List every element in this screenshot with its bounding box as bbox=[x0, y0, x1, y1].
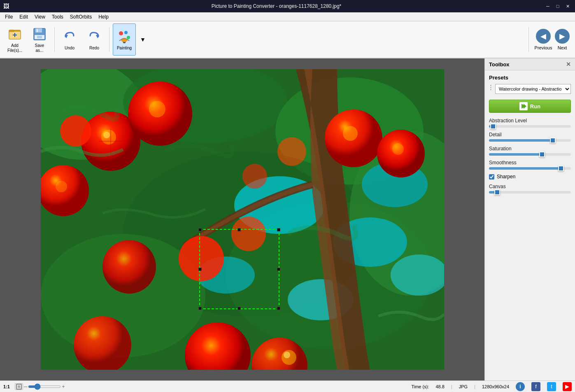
zoom-controls: ─ + bbox=[15, 383, 65, 390]
zoom-fit-button[interactable] bbox=[15, 383, 23, 390]
svg-point-51 bbox=[242, 164, 267, 189]
presets-icon-line-3 bbox=[491, 89, 491, 90]
svg-rect-6 bbox=[35, 28, 42, 33]
svg-point-13 bbox=[124, 31, 128, 34]
info-button[interactable]: i bbox=[516, 382, 525, 391]
abstraction-level-track bbox=[489, 125, 571, 128]
smoothness-label: Smoothness bbox=[489, 160, 571, 166]
window-controls: ─ □ ✕ bbox=[544, 2, 572, 10]
dimensions-label: 1280x960x24 bbox=[482, 384, 509, 389]
minimize-button[interactable]: ─ bbox=[544, 2, 552, 10]
image-svg bbox=[41, 69, 444, 370]
svg-point-37 bbox=[60, 115, 91, 147]
svg-point-42 bbox=[102, 240, 156, 294]
menu-help[interactable]: Help bbox=[95, 13, 112, 21]
svg-rect-55 bbox=[18, 385, 20, 388]
detail-section: Detail bbox=[489, 132, 571, 142]
zoom-slider[interactable] bbox=[28, 385, 61, 388]
menu-view[interactable]: View bbox=[31, 13, 49, 21]
save-as-button[interactable]: Save as... bbox=[28, 23, 51, 56]
canvas-section: Canvas bbox=[489, 184, 571, 194]
saturation-track bbox=[489, 153, 571, 156]
save-as-icon bbox=[32, 26, 47, 42]
previous-arrow-icon: ◀ bbox=[536, 29, 551, 44]
detail-fill bbox=[489, 139, 553, 142]
detail-label: Detail bbox=[489, 132, 571, 138]
menu-edit[interactable]: Edit bbox=[16, 13, 31, 21]
menu-bar: File Edit View Tools SoftOrbits Help bbox=[0, 12, 575, 21]
undo-button[interactable]: Undo bbox=[58, 23, 81, 56]
status-info: Time (s): 48.8 | JPG | 1280x960x24 i f t… bbox=[411, 382, 572, 391]
detail-track bbox=[489, 139, 571, 142]
redo-icon bbox=[86, 29, 102, 44]
next-button[interactable]: ▶ Next bbox=[553, 27, 572, 52]
detail-thumb[interactable] bbox=[550, 138, 556, 143]
menu-tools[interactable]: Tools bbox=[49, 13, 67, 21]
previous-button[interactable]: ◀ Previous bbox=[534, 27, 553, 52]
close-button[interactable]: ✕ bbox=[563, 2, 572, 10]
add-files-label: Add File(s)... bbox=[7, 43, 22, 53]
menu-softorbits[interactable]: SoftOrbits bbox=[67, 13, 95, 21]
save-as-label: Save as... bbox=[35, 43, 44, 53]
maximize-button[interactable]: □ bbox=[554, 2, 562, 10]
undo-label: Undo bbox=[65, 46, 74, 50]
smoothness-section: Smoothness bbox=[489, 160, 571, 170]
run-icon bbox=[519, 102, 528, 110]
canvas-label: Canvas bbox=[489, 184, 571, 189]
abstraction-level-thumb[interactable] bbox=[490, 124, 496, 129]
zoom-decrease-icon: ─ bbox=[24, 384, 28, 390]
svg-point-43 bbox=[179, 236, 224, 281]
toolbox-header: Toolbox ✕ bbox=[485, 58, 575, 70]
canvas-area[interactable] bbox=[0, 58, 484, 380]
saturation-section: Saturation bbox=[489, 146, 571, 156]
svg-rect-7 bbox=[37, 29, 38, 32]
painting-button[interactable]: Painting bbox=[113, 23, 136, 56]
smoothness-track bbox=[489, 167, 571, 170]
presets-icon-line-1 bbox=[491, 85, 491, 86]
time-label: Time (s): bbox=[411, 384, 429, 389]
sharpen-label[interactable]: Sharpen bbox=[497, 174, 515, 180]
sharpen-row: Sharpen bbox=[489, 174, 571, 180]
status-sep-1: | bbox=[451, 384, 452, 389]
saturation-label: Saturation bbox=[489, 146, 571, 152]
svg-point-48 bbox=[284, 352, 290, 358]
svg-rect-2 bbox=[9, 30, 14, 32]
add-files-button[interactable]: Add File(s)... bbox=[3, 23, 26, 56]
toolbox-close-button[interactable]: ✕ bbox=[566, 61, 571, 68]
next-label: Next bbox=[558, 45, 567, 50]
toolbar-more-button[interactable]: ▼ bbox=[138, 35, 147, 44]
undo-icon bbox=[62, 29, 77, 44]
twitter-button[interactable]: t bbox=[547, 382, 556, 391]
next-arrow-icon: ▶ bbox=[555, 29, 570, 44]
svg-point-32 bbox=[103, 132, 110, 138]
presets-row: Watercolor drawing - Abstractio Oil pain… bbox=[489, 83, 571, 95]
youtube-button[interactable]: ▶ bbox=[563, 382, 572, 391]
time-value: 48.8 bbox=[435, 384, 444, 389]
previous-label: Previous bbox=[535, 45, 552, 50]
canvas-thumb[interactable] bbox=[494, 189, 500, 195]
redo-label: Redo bbox=[89, 46, 99, 50]
smoothness-thumb[interactable] bbox=[558, 166, 564, 171]
facebook-button[interactable]: f bbox=[531, 382, 540, 391]
run-button[interactable]: Run bbox=[489, 100, 571, 113]
canvas-track bbox=[489, 191, 571, 194]
svg-point-49 bbox=[231, 217, 266, 251]
status-sep-2: | bbox=[474, 384, 475, 389]
add-files-icon bbox=[7, 26, 23, 42]
toolbar-separator-2 bbox=[109, 27, 109, 52]
sharpen-checkbox[interactable] bbox=[489, 174, 494, 180]
status-bar: 1:1 ─ + Time (s): 48.8 | JPG | 1280x960x… bbox=[0, 380, 575, 392]
toolbox-title: Toolbox bbox=[489, 61, 510, 68]
redo-button[interactable]: Redo bbox=[83, 23, 106, 56]
saturation-thumb[interactable] bbox=[539, 152, 545, 157]
painting-icon bbox=[116, 29, 132, 44]
preset-select[interactable]: Watercolor drawing - Abstractio Oil pain… bbox=[495, 84, 571, 94]
svg-point-41 bbox=[392, 143, 404, 155]
svg-point-12 bbox=[119, 31, 123, 35]
svg-point-39 bbox=[343, 126, 358, 141]
title-bar: 🖼 Picture to Painting Converter - orange… bbox=[0, 0, 575, 12]
menu-file[interactable]: File bbox=[2, 13, 16, 21]
presets-label: Presets bbox=[489, 75, 571, 81]
format-label: JPG bbox=[459, 384, 468, 389]
abstraction-level-label: Abstraction Level bbox=[489, 118, 571, 124]
